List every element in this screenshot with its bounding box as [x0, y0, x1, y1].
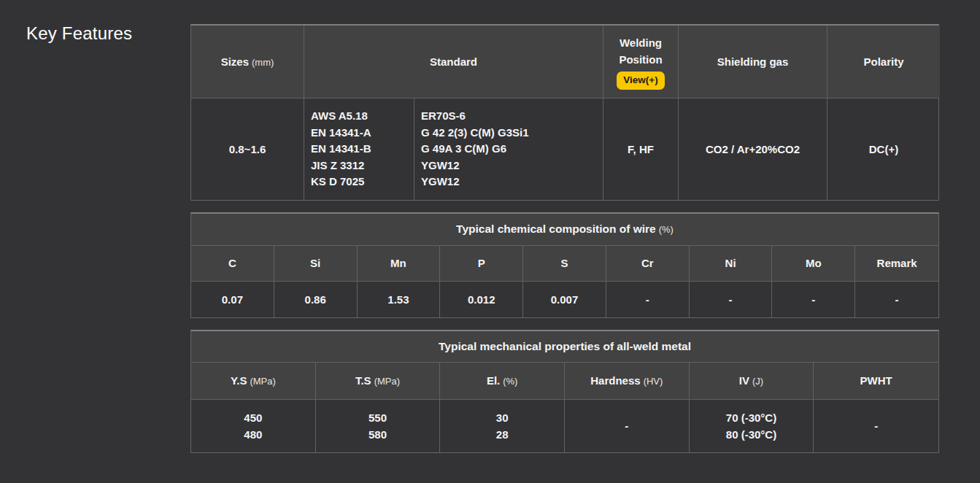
- chem-value-mn: 1.53: [358, 282, 441, 317]
- mech-header-pwht: PWHT: [814, 363, 938, 399]
- mech-value-el: 30 28: [440, 400, 565, 452]
- mechanical-properties-table: Typical mechanical properties of all-wel…: [190, 330, 939, 453]
- standard-spec-item: KS D 7025: [311, 174, 414, 190]
- spec-header-sizes: Sizes(mm): [191, 26, 304, 98]
- chemical-table-data-row: 0.07 0.86 1.53 0.012 0.007 - - - -: [191, 282, 938, 317]
- mechanical-table-data-row: 450 480 550 580 30 28 - 70 (-30°C) 80 (-…: [191, 400, 938, 452]
- chem-value-s: 0.007: [523, 282, 606, 317]
- chem-header-c: C: [191, 246, 274, 281]
- spec-table-header-row: Sizes(mm) Standard Welding Position View…: [191, 26, 938, 98]
- chem-value-ni: -: [690, 282, 773, 317]
- mech-header-ys: Y.S(MPa): [191, 363, 316, 399]
- standard-spec-list: AWS A5.18 EN 14341-A EN 14341-B JIS Z 33…: [304, 98, 414, 200]
- spec-cell-welding-position: F, HF: [603, 98, 679, 200]
- standard-grade-item: YGW12: [421, 174, 603, 190]
- standard-spec-item: JIS Z 3312: [311, 158, 414, 174]
- spec-header-welding-position: Welding Position View(+): [603, 26, 679, 98]
- mechanical-table-header-row: Y.S(MPa) T.S(MPa) El.(%) Hardness(HV) IV…: [191, 363, 938, 400]
- chem-header-remark: Remark: [855, 246, 938, 281]
- chem-header-mn: Mn: [358, 246, 441, 281]
- chem-header-mo: Mo: [772, 246, 855, 281]
- standard-spec-item: AWS A5.18: [311, 108, 414, 125]
- mech-header-ts: T.S(MPa): [316, 363, 441, 399]
- chemical-table-title-row: Typical chemical composition of wire(%): [191, 214, 938, 246]
- chemical-table-header-row: C Si Mn P S Cr Ni Mo Remark: [191, 246, 938, 282]
- standard-grade-item: ER70S-6: [421, 108, 603, 125]
- spec-table-data-row: 0.8~1.6 AWS A5.18 EN 14341-A EN 14341-B …: [191, 98, 938, 200]
- mech-value-iv: 70 (-30°C) 80 (-30°C): [690, 400, 814, 452]
- spec-table: Sizes(mm) Standard Welding Position View…: [190, 24, 939, 201]
- standard-grade-item: G 42 2(3) C(M) G3Si1: [421, 125, 603, 142]
- welding-position-label: Welding Position: [606, 34, 675, 69]
- spec-cell-polarity: DC(+): [827, 98, 940, 200]
- mech-header-el: El.(%): [440, 363, 565, 399]
- standard-grade-list: ER70S-6 G 42 2(3) C(M) G3Si1 G 49A 3 C(M…: [414, 98, 603, 200]
- mech-value-hardness: -: [565, 400, 690, 452]
- chem-value-cr: -: [606, 282, 690, 317]
- spec-cell-standard: AWS A5.18 EN 14341-A EN 14341-B JIS Z 33…: [304, 98, 603, 200]
- chem-header-ni: Ni: [690, 246, 773, 281]
- chemical-composition-table: Typical chemical composition of wire(%) …: [190, 212, 939, 318]
- spec-header-shielding-gas: Shielding gas: [679, 26, 827, 98]
- chem-value-remark: -: [855, 282, 938, 317]
- chem-header-p: P: [440, 246, 523, 281]
- chemical-table-title: Typical chemical composition of wire(%): [191, 214, 938, 245]
- spec-cell-shielding-gas: CO2 / Ar+20%CO2: [679, 98, 827, 200]
- spec-header-polarity: Polarity: [827, 26, 940, 98]
- page-title: Key Features: [26, 23, 132, 44]
- standard-spec-item: EN 14341-A: [311, 125, 414, 142]
- mech-header-iv: IV(J): [690, 363, 814, 399]
- chem-header-si: Si: [274, 246, 358, 281]
- standard-grade-item: YGW12: [421, 158, 603, 174]
- mech-value-ys: 450 480: [191, 400, 316, 452]
- key-features-tables: Sizes(mm) Standard Welding Position View…: [190, 24, 939, 453]
- mechanical-table-title: Typical mechanical properties of all-wel…: [191, 331, 938, 362]
- mech-value-ts: 550 580: [316, 400, 441, 452]
- chem-header-s: S: [523, 246, 606, 281]
- mech-header-hardness: Hardness(HV): [565, 363, 690, 399]
- chem-value-mo: -: [772, 282, 855, 317]
- spec-cell-sizes: 0.8~1.6: [191, 98, 304, 200]
- chem-value-c: 0.07: [191, 282, 274, 317]
- standard-spec-item: EN 14341-B: [311, 141, 414, 158]
- standard-grade-item: G 49A 3 C(M) G6: [421, 141, 603, 158]
- mech-value-pwht: -: [814, 400, 938, 452]
- chem-value-p: 0.012: [440, 282, 523, 317]
- spec-header-standard: Standard: [304, 26, 603, 98]
- view-plus-button[interactable]: View(+): [617, 72, 664, 90]
- chem-header-cr: Cr: [606, 246, 690, 281]
- chem-value-si: 0.86: [274, 282, 358, 317]
- mechanical-table-title-row: Typical mechanical properties of all-wel…: [191, 331, 938, 363]
